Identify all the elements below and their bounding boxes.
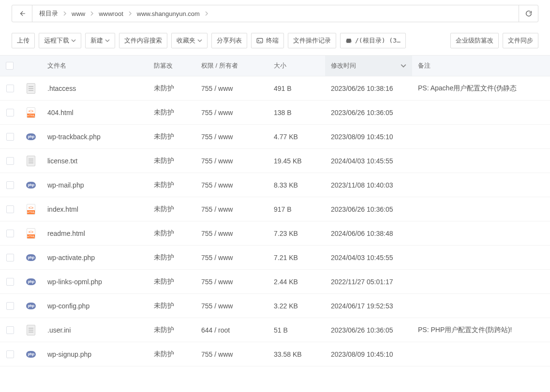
th-name[interactable]: 文件名	[42, 56, 148, 76]
th-mtime[interactable]: 修改时间	[325, 56, 412, 76]
cell-tamper: 未防护	[148, 246, 195, 270]
chevron-right-icon	[88, 11, 96, 16]
row-checkbox[interactable]	[6, 109, 14, 116]
th-remark[interactable]: 备注	[412, 56, 550, 76]
cell-mtime: 2023/08/09 10:45:10	[325, 125, 412, 149]
file-name[interactable]: wp-activate.php	[47, 254, 95, 261]
cell-mtime: 2023/06/26 10:36:05	[325, 318, 412, 342]
terminal-button[interactable]: 终端	[251, 33, 284, 48]
file-name[interactable]: wp-mail.php	[47, 181, 84, 189]
content-search-button[interactable]: 文件内容搜索	[119, 33, 167, 48]
cell-remark: PS: PHP用户配置文件(防跨站)!	[412, 318, 550, 342]
table-row[interactable]: phpwp-trackback.php未防护755 / www4.77 KB20…	[0, 125, 550, 149]
table-row[interactable]: license.txt未防护755 / www19.45 KB2024/04/0…	[0, 149, 550, 173]
table-row[interactable]: <>HTMLreadme.html未防护755 / www7.23 KB2024…	[0, 221, 550, 246]
row-checkbox[interactable]	[6, 157, 14, 165]
file-name[interactable]: wp-signup.php	[47, 350, 91, 358]
select-all-checkbox[interactable]	[6, 62, 14, 70]
cell-perm: 755 / www	[195, 76, 268, 101]
row-checkbox[interactable]	[6, 278, 14, 286]
cell-size: 917 B	[268, 197, 325, 221]
cell-tamper: 未防护	[148, 342, 195, 366]
file-name[interactable]: .htaccess	[47, 85, 76, 92]
cell-perm: 755 / www	[195, 173, 268, 197]
refresh-button[interactable]	[519, 5, 538, 22]
table-row[interactable]: phpwp-signup.php未防护755 / www33.58 KB2023…	[0, 342, 550, 366]
row-checkbox[interactable]	[6, 85, 14, 92]
breadcrumb-item[interactable]: 根目录	[36, 9, 61, 18]
cell-perm: 644 / root	[195, 318, 268, 342]
cell-mtime: 2024/06/06 10:38:48	[325, 221, 412, 246]
cell-perm: 755 / www	[195, 149, 268, 173]
disk-button[interactable]: /(根目录) (3…	[340, 33, 406, 48]
table-row[interactable]: .htaccess未防护755 / www491 B2023/06/26 10:…	[0, 76, 550, 101]
cell-mtime: 2023/06/26 10:38:16	[325, 76, 412, 101]
table-row[interactable]: <>HTMLindex.html未防护755 / www917 B2023/06…	[0, 197, 550, 221]
th-perm[interactable]: 权限 / 所有者	[195, 56, 268, 76]
chevron-right-icon	[61, 11, 69, 16]
new-button[interactable]: 新建	[85, 33, 115, 48]
php-file-icon: php	[26, 278, 36, 285]
th-size[interactable]: 大小	[268, 56, 325, 76]
upload-button[interactable]: 上传	[12, 33, 35, 48]
php-file-icon: php	[26, 182, 36, 189]
th-size-label: 大小	[274, 61, 286, 70]
file-name[interactable]: 404.html	[47, 109, 74, 116]
breadcrumb-item[interactable]: www	[69, 10, 88, 17]
cell-size: 51 B	[268, 318, 325, 342]
th-checkbox	[0, 56, 20, 76]
th-remark-label: 备注	[418, 61, 431, 70]
chevron-down-icon	[71, 38, 76, 43]
back-button[interactable]	[12, 5, 32, 22]
row-checkbox[interactable]	[6, 326, 14, 334]
cell-tamper: 未防护	[148, 318, 195, 342]
th-name-label: 文件名	[47, 61, 66, 70]
cell-size: 7.21 KB	[268, 246, 325, 270]
table-row[interactable]: .user.ini未防护644 / root51 B2023/06/26 10:…	[0, 318, 550, 342]
row-checkbox[interactable]	[6, 254, 14, 261]
cell-perm: 755 / www	[195, 125, 268, 149]
row-checkbox[interactable]	[6, 205, 14, 213]
th-tamper[interactable]: 防篡改	[148, 56, 195, 76]
share-list-button[interactable]: 分享列表	[211, 33, 247, 48]
breadcrumb-item[interactable]: www.shangunyun.com	[134, 10, 203, 17]
cell-size: 4.77 KB	[268, 125, 325, 149]
html-file-icon: <>HTML	[27, 228, 35, 239]
file-name[interactable]: wp-links-opml.php	[47, 278, 102, 286]
th-icon	[20, 56, 42, 76]
row-checkbox[interactable]	[6, 181, 14, 189]
cell-remark	[412, 149, 550, 173]
row-checkbox[interactable]	[6, 230, 14, 237]
table-row[interactable]: phpwp-config.php未防护755 / www3.22 KB2024/…	[0, 294, 550, 318]
table-row[interactable]: phpwp-links-opml.php未防护755 / www2.44 KB2…	[0, 270, 550, 294]
file-name[interactable]: wp-config.php	[47, 302, 89, 310]
cell-remark: PS: Apache用户配置文件(伪静态	[412, 76, 550, 101]
disk-label: /(根目录) (3…	[355, 36, 401, 45]
row-checkbox[interactable]	[6, 350, 14, 358]
breadcrumb-item[interactable]: wwwroot	[96, 10, 126, 17]
file-name[interactable]: license.txt	[47, 157, 77, 165]
file-name[interactable]: readme.html	[47, 230, 85, 237]
table-row[interactable]: <>HTML404.html未防护755 / www138 B2023/06/2…	[0, 101, 550, 125]
file-sync-button[interactable]: 文件同步	[503, 33, 538, 48]
cell-tamper: 未防护	[148, 125, 195, 149]
cell-tamper: 未防护	[148, 76, 195, 101]
file-name[interactable]: wp-trackback.php	[47, 133, 101, 141]
remote-download-button[interactable]: 远程下载	[39, 33, 81, 48]
cell-tamper: 未防护	[148, 101, 195, 125]
text-file-icon	[27, 83, 35, 94]
table-row[interactable]: phpwp-activate.php未防护755 / www7.21 KB202…	[0, 246, 550, 270]
anti-tamper-button[interactable]: 企业级防篡改	[450, 33, 499, 48]
th-mtime-label: 修改时间	[331, 61, 356, 70]
favorites-button[interactable]: 收藏夹	[171, 33, 208, 48]
row-checkbox[interactable]	[6, 302, 14, 310]
row-checkbox[interactable]	[6, 133, 14, 141]
file-op-log-button[interactable]: 文件操作记录	[288, 33, 336, 48]
chevron-down-icon	[197, 38, 202, 43]
file-name[interactable]: index.html	[47, 205, 78, 213]
cell-tamper: 未防护	[148, 270, 195, 294]
cell-remark	[412, 246, 550, 270]
table-row[interactable]: phpwp-mail.php未防护755 / www8.33 KB2023/11…	[0, 173, 550, 197]
file-name[interactable]: .user.ini	[47, 326, 71, 334]
svg-rect-0	[257, 38, 263, 43]
